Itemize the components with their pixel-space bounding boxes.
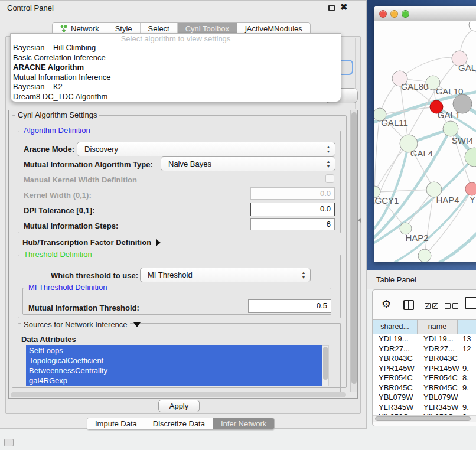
- window-close-button[interactable]: [379, 10, 387, 18]
- table-cell: YER054C: [379, 373, 413, 383]
- table-settings-gear-icon[interactable]: ⚙: [382, 299, 391, 309]
- node-big-green[interactable]: [465, 148, 476, 167]
- table-cell: 9.: [462, 403, 469, 412]
- mi-steps-field[interactable]: 6: [250, 218, 335, 230]
- mi-threshold-field[interactable]: 0.5: [248, 299, 331, 313]
- vertical-scrollbar-thumb[interactable]: [351, 112, 357, 384]
- table-column-header[interactable]: [458, 320, 476, 334]
- table-cell: YLR345W: [423, 403, 458, 412]
- threshold-definition-label: Threshold Definition: [21, 250, 94, 259]
- algorithm-option[interactable]: Bayesian – Hill Climbing: [11, 43, 341, 53]
- table-cell: YBR043C: [423, 354, 458, 363]
- cyni-tab-discretize-data[interactable]: Discretize Data: [145, 418, 213, 429]
- table-panel-title: Table Panel: [376, 275, 416, 284]
- export-table-icon[interactable]: [465, 297, 476, 309]
- column-chooser-icon[interactable]: [403, 300, 414, 310]
- node-swi4[interactable]: [443, 121, 458, 136]
- window-zoom-button[interactable]: [402, 10, 409, 18]
- network-edge[interactable]: [432, 227, 476, 262]
- close-panel-icon[interactable]: ✖: [340, 2, 348, 12]
- attribute-item[interactable]: TopologicalCoefficient: [26, 356, 322, 366]
- node-bottom-partial[interactable]: [418, 249, 431, 262]
- sources-toggle[interactable]: Sources for Network Inference: [21, 319, 141, 330]
- aracne-mode-select[interactable]: Discovery ▲▼: [77, 142, 335, 156]
- table-panel-titlebar: Table Panel: [367, 270, 476, 289]
- node-label: Y: [470, 194, 475, 204]
- node-top-partial[interactable]: [469, 21, 476, 31]
- select-all-rows-icon[interactable]: ✓ ✓: [425, 303, 438, 309]
- collapsed-panel-icon[interactable]: [4, 439, 14, 446]
- network-edge[interactable]: [374, 115, 380, 192]
- algorithm-option[interactable]: ARACNE Algorithm: [11, 63, 341, 73]
- network-edge[interactable]: [400, 57, 459, 79]
- aracne-mode-value: Discovery: [77, 145, 324, 154]
- table-body: YDL19...YDL19...13YDR27...YDR27...12YBR0…: [373, 334, 476, 415]
- table-cell: YDR27...: [423, 344, 455, 354]
- collapsed-arrow-icon: [156, 239, 161, 246]
- table-cell: YBL079W: [379, 393, 413, 402]
- algorithm-definition-label: Algorithm Definition: [21, 126, 93, 135]
- cyni-tab-impute-data[interactable]: Impute Data: [87, 418, 145, 429]
- tab-label: Network: [71, 24, 99, 33]
- network-canvas[interactable]: GALGAL80GAL10GAL1GAL11SWI4GAL4GCY1HAP4YH…: [374, 21, 476, 262]
- tab-label: Style: [115, 24, 132, 33]
- deselect-all-rows-icon[interactable]: [445, 303, 458, 309]
- expanded-arrow-icon: [133, 322, 141, 327]
- algorithm-dropdown-popup: Select algorithm to view settings Bayesi…: [10, 33, 341, 102]
- node-label: GAL: [458, 63, 476, 73]
- attribute-item[interactable]: gal4RGexp: [26, 376, 322, 386]
- network-window-titlebar[interactable]: [374, 6, 476, 21]
- attribute-item[interactable]: BetweennessCentrality: [26, 366, 322, 376]
- table-column-header[interactable]: name: [418, 320, 458, 334]
- table-cell: YDR27...: [379, 344, 410, 354]
- table-row[interactable]: YDL19...YDL19...13: [373, 334, 476, 344]
- algorithm-option-list: Bayesian – Hill ClimbingBasic Correlatio…: [11, 43, 341, 102]
- table-horizontal-scrollbar-thumb[interactable]: [375, 416, 471, 421]
- table-row[interactable]: YBL079WYBL079W: [373, 393, 476, 403]
- table-row[interactable]: YDR27...YDR27...12: [373, 344, 476, 354]
- table-cell: 9.: [462, 364, 469, 373]
- horizontal-scrollbar-thumb[interactable]: [11, 392, 346, 397]
- table-row[interactable]: YBR043CYBR043C: [373, 354, 476, 364]
- table-row[interactable]: YPR145WYPR145W9.: [373, 364, 476, 374]
- hub-definition-toggle[interactable]: Hub/Transcription Factor Definition: [22, 237, 161, 247]
- mi-steps-label: Mutual Information Steps:: [24, 221, 118, 230]
- algorithm-option[interactable]: Bayesian – K2: [11, 82, 341, 92]
- node-label: GAL80: [401, 81, 429, 92]
- data-attributes-list[interactable]: SelfLoopsTopologicalCoefficientBetweenne…: [26, 345, 322, 386]
- table-header-row: shared...name: [373, 319, 476, 334]
- dpi-tolerance-field[interactable]: 0.0: [250, 203, 335, 216]
- application-window: Control Panel ✖ NetworkStyleSelectCyni T…: [0, 0, 476, 450]
- manual-kernel-width-checkbox[interactable]: [325, 174, 334, 183]
- window-minimize-button[interactable]: [390, 10, 398, 18]
- attributes-scrollbar-thumb[interactable]: [323, 347, 328, 380]
- network-view-window[interactable]: GALGAL80GAL10GAL1GAL11SWI4GAL4GCY1HAP4YH…: [374, 6, 476, 262]
- table-cell: YPR145W: [379, 364, 415, 373]
- unchecked-box-icon: [452, 303, 458, 309]
- float-panel-icon[interactable]: [328, 5, 335, 11]
- table-cell: 8.: [462, 373, 469, 383]
- mi-algorithm-type-select[interactable]: Naive Bayes ▲▼: [161, 156, 335, 171]
- node-salmon[interactable]: [465, 182, 476, 195]
- cyni-tab-infer-network[interactable]: Infer Network: [213, 418, 274, 429]
- apply-button[interactable]: Apply: [158, 400, 200, 412]
- algorithm-option[interactable]: Mutual Information Inference: [11, 73, 341, 83]
- spinner-arrows-icon: ▲▼: [324, 145, 335, 154]
- manual-kernel-width-label: Manual Kernel Width Definition: [24, 175, 137, 184]
- table-cell: YPR145W: [423, 364, 459, 373]
- which-threshold-select[interactable]: MI Threshold ▲▼: [140, 268, 311, 282]
- tab-label: jActiveMNodules: [245, 24, 302, 33]
- panel-divider-collapse-arrow[interactable]: [358, 218, 361, 223]
- table-column-header[interactable]: shared...: [373, 320, 418, 334]
- kernel-width-field[interactable]: 0.0: [250, 187, 335, 200]
- mi-algorithm-type-value: Naive Bayes: [161, 159, 324, 168]
- algorithm-option[interactable]: Dream8 DC_TDC Algorithm: [11, 92, 341, 102]
- tab-label: Cyni Toolbox: [185, 24, 229, 33]
- table-row[interactable]: YER054CYER054C8.: [373, 373, 476, 383]
- table-row[interactable]: YLR345WYLR345W9.: [373, 403, 476, 413]
- algorithm-option[interactable]: Basic Correlation Inference: [11, 53, 341, 63]
- table-row[interactable]: YBR045CYBR045C9.: [373, 383, 476, 393]
- attribute-item[interactable]: SelfLoops: [26, 345, 322, 356]
- network-edge[interactable]: [374, 190, 434, 192]
- hub-definition-label: Hub/Transcription Factor Definition: [22, 238, 151, 247]
